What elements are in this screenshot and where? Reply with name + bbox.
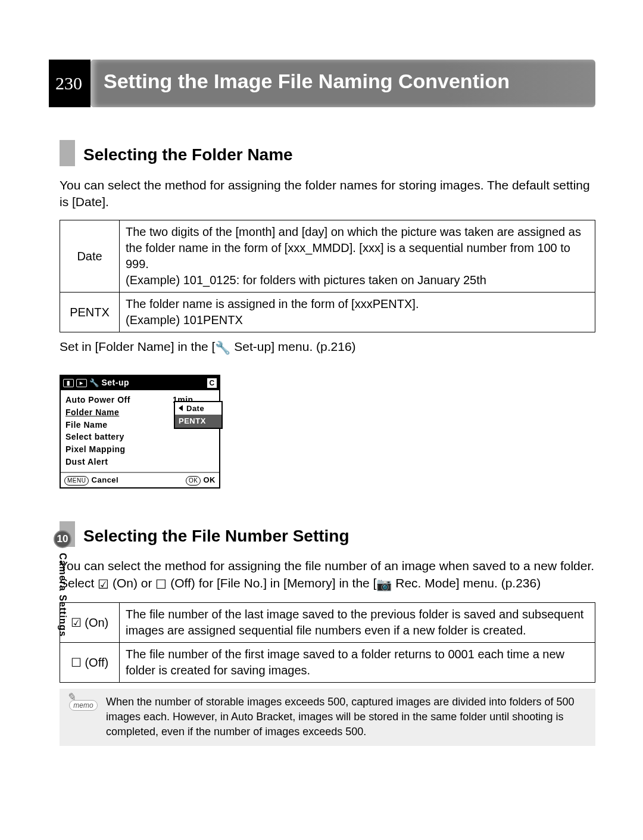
custom-tab-icon: C [207, 378, 217, 388]
set-in-text: Set in [Folder Name] in the [🔧 Set-up] m… [60, 338, 595, 356]
folder-name-dropdown: Date PENTX [174, 401, 223, 429]
wrench-icon: 🔧 [215, 340, 230, 356]
screen-title: Set-up [102, 377, 130, 388]
section-heading-file-number: Selecting the File Number Setting [60, 521, 595, 547]
camera-tab-icon: ▮ [63, 379, 74, 387]
table-cell-date-label: Date [60, 220, 120, 293]
dropdown-option-date: Date [175, 402, 221, 415]
table-cell-off-desc: The file number of the first image saved… [120, 643, 595, 683]
menu-item-pixel-mapping: Pixel Mapping [65, 443, 214, 456]
playback-tab-icon: ▸ [76, 379, 87, 387]
dropdown-option-pentx: PENTX [175, 415, 221, 428]
table-cell-pentx-label: PENTX [60, 293, 120, 332]
memo-text: When the number of storable images excee… [106, 695, 587, 740]
chapter-badge: 10 [54, 530, 71, 548]
table-cell-on-desc: The file number of the last image saved … [120, 603, 595, 643]
table-cell-off-label: ☐ (Off) [60, 643, 120, 683]
table-cell-pentx-desc: The folder name is assigned in the form … [120, 293, 595, 332]
side-tab: 10 Camera Settings [54, 530, 71, 637]
folder-name-table: Date The two digits of the [month] and [… [60, 220, 595, 332]
table-cell-date-desc: The two digits of the [month] and [day] … [120, 220, 595, 293]
file-number-table: ☑ (On) The file number of the last image… [60, 602, 595, 683]
camera-icon: 📷 [376, 576, 392, 593]
menu-button-icon: MENU [64, 476, 89, 486]
section-heading-folder-name: Selecting the Folder Name [60, 140, 595, 166]
side-section-label: Camera Settings [56, 553, 69, 637]
page-number: 230 [49, 60, 90, 107]
checkbox-on-icon: ☑ [98, 576, 109, 593]
checkbox-off-icon: ☐ [71, 656, 82, 669]
checkbox-off-icon: ☐ [155, 576, 167, 593]
memo-box: memo When the number of storable images … [60, 689, 595, 746]
screen-footer: MENU Cancel OK OK [61, 472, 219, 487]
left-arrow-icon [179, 405, 183, 411]
camera-setup-screen: ▮ ▸ 🔧 Set-up C Auto Power Off 1min Folde… [60, 375, 220, 489]
checkbox-on-icon: ☑ [71, 616, 82, 629]
screen-tabs: ▮ ▸ 🔧 Set-up C [61, 376, 219, 390]
title-bar: 230 Setting the Image File Naming Conven… [60, 60, 595, 107]
file-number-intro: You can select the method for assigning … [60, 558, 595, 593]
wrench-icon: 🔧 [89, 378, 99, 388]
folder-name-intro: You can select the method for assigning … [60, 177, 595, 211]
menu-item-dust-alert: Dust Alert [65, 456, 214, 468]
ok-button-icon: OK [186, 476, 201, 486]
page-title: Setting the Image File Naming Convention [90, 60, 595, 107]
menu-item-select-battery: Select battery [65, 431, 214, 443]
memo-icon: memo [68, 695, 99, 716]
